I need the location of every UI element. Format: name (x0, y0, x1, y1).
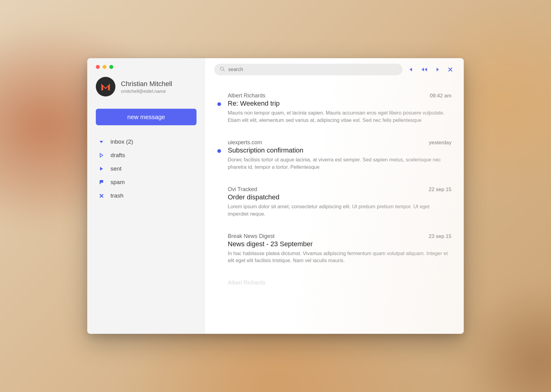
folder-label: drafts (111, 152, 125, 159)
message-subject: Re: Weekend trip (228, 100, 452, 107)
folder-trash[interactable]: trash (99, 189, 197, 202)
profile-block: Christian Mitchell cmitchell@eidel.name (96, 77, 197, 96)
message-sender: uiexperts.com (228, 139, 262, 146)
search-icon (220, 66, 225, 73)
message-item[interactable]: Ovi Tracked 22 sep 15 Order dispatched L… (217, 179, 452, 226)
folder-drafts[interactable]: drafts (99, 149, 197, 162)
rewind-button[interactable] (421, 67, 428, 72)
message-item[interactable]: Albert Richards 09:42 am Re: Weekend tri… (217, 86, 452, 133)
message-pane: Albert Richards 09:42 am Re: Weekend tri… (205, 58, 464, 334)
close-window-button[interactable] (96, 65, 100, 69)
message-preview: Lorem ipsum dolor sit amet, consectetur … (228, 203, 452, 218)
unread-indicator-icon (217, 149, 221, 153)
message-sender: Albert Richards (228, 280, 265, 286)
message-preview: Donec facilisis tortor ut augue lacinia,… (228, 156, 452, 171)
search-input[interactable] (228, 67, 397, 72)
triangle-right-icon (99, 167, 104, 171)
message-sender: Ovi Tracked (228, 186, 257, 193)
minimize-window-button[interactable] (103, 65, 107, 69)
message-time: 23 sep 15 (429, 233, 452, 239)
message-preview: In hac habitasse platea dictumst. Vivamu… (228, 250, 452, 265)
message-subject: Subscription confirmation (228, 146, 452, 154)
message-time: 22 sep 15 (429, 187, 452, 193)
mail-app-window: Christian Mitchell cmitchell@eidel.name … (87, 58, 464, 334)
topbar (205, 58, 464, 78)
message-sender: Break News Digest (228, 233, 275, 239)
message-item[interactable]: uiexperts.com yesterday Subscription con… (217, 133, 452, 179)
unread-indicator-icon (217, 102, 221, 106)
flag-icon (99, 180, 104, 184)
message-item[interactable]: Break News Digest 23 sep 15 News digest … (217, 226, 452, 273)
avatar (96, 77, 115, 96)
new-message-button[interactable]: new message (96, 109, 197, 125)
message-subject: Order dispatched (228, 193, 452, 201)
message-time: 09:42 am (430, 93, 452, 99)
user-email: cmitchell@eidel.name (121, 89, 172, 94)
folder-spam[interactable]: spam (99, 175, 197, 189)
message-preview: Mauris non tempor quam, et lacinia sapie… (228, 109, 452, 124)
folder-label: sent (111, 165, 122, 172)
sidebar: Christian Mitchell cmitchell@eidel.name … (87, 58, 205, 334)
close-button[interactable] (448, 67, 453, 72)
caret-down-icon (99, 140, 104, 144)
app-logo-icon (100, 81, 111, 92)
triangle-right-outline-icon (99, 153, 104, 157)
window-controls (96, 65, 197, 69)
message-subject: News digest - 23 September (228, 240, 452, 248)
unread-indicator-icon (217, 243, 221, 247)
search-field[interactable] (214, 64, 403, 75)
message-sender: Albert Richards (228, 92, 265, 99)
message-item[interactable]: Albert Richards (217, 273, 452, 302)
nav-icons (409, 67, 455, 72)
folder-sent[interactable]: sent (99, 162, 197, 175)
x-icon (99, 194, 104, 198)
folder-label: trash (111, 192, 123, 199)
prev-button[interactable] (409, 67, 413, 72)
unread-indicator-icon (217, 289, 221, 293)
svg-line-1 (223, 70, 224, 71)
next-button[interactable] (436, 67, 440, 72)
message-time: yesterday (429, 140, 452, 146)
folder-inbox[interactable]: inbox (2) (99, 135, 197, 149)
folder-list: inbox (2) drafts sent spam (96, 135, 197, 202)
folder-label: spam (111, 179, 125, 186)
unread-indicator-icon (217, 196, 221, 200)
message-list: Albert Richards 09:42 am Re: Weekend tri… (205, 78, 464, 334)
folder-label: inbox (2) (111, 138, 133, 145)
maximize-window-button[interactable] (109, 65, 113, 69)
user-name: Christian Mitchell (121, 80, 172, 88)
